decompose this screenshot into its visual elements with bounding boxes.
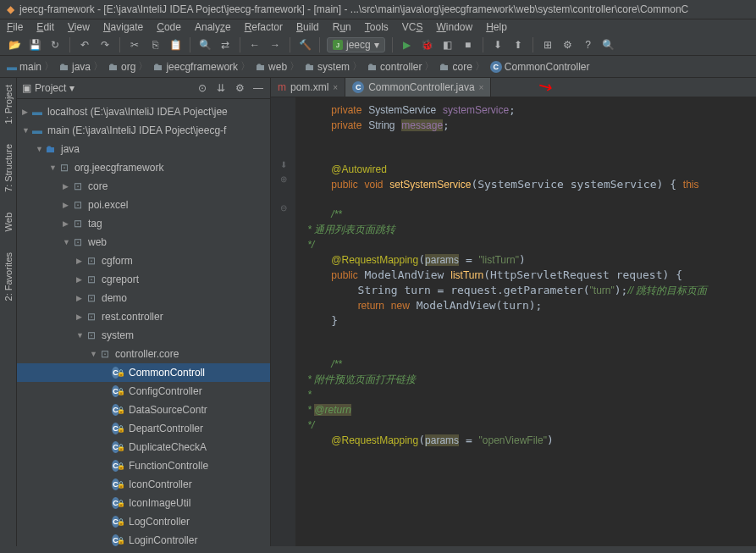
- tab-commoncontroller-java[interactable]: CCommonController.java×: [345, 78, 491, 97]
- tree-item-controller-core[interactable]: ▼⊡controller.core: [17, 345, 270, 363]
- tree-item-org-jeecgframework[interactable]: ▼⊡org.jeecgframework: [17, 158, 270, 177]
- editor-gutter[interactable]: ⬇ ⊕ ⊖: [271, 97, 296, 546]
- tree-item-iconimageutil[interactable]: C🔒IconImageUtil: [17, 494, 270, 512]
- menu-help[interactable]: Help: [486, 21, 507, 33]
- tree-item-iconcontroller[interactable]: C🔒IconController: [17, 475, 270, 494]
- gutter-fold-icon[interactable]: ⊕: [271, 174, 295, 189]
- tree-item-commoncontroll[interactable]: C🔒CommonControll: [17, 363, 270, 382]
- settings-icon[interactable]: ⚙: [560, 37, 576, 53]
- collapse-icon[interactable]: ⇊: [214, 81, 228, 95]
- menu-code[interactable]: Code: [157, 21, 181, 33]
- gutter-override-icon[interactable]: ⬇: [271, 160, 295, 174]
- tree-item-cgform[interactable]: ▶⊡cgform: [17, 252, 270, 270]
- rail-project[interactable]: 1: Project: [3, 85, 14, 124]
- structure-icon[interactable]: ⊞: [540, 37, 555, 53]
- rail-web[interactable]: Web: [3, 213, 14, 231]
- runconfig-name: jeecg: [346, 39, 371, 51]
- menu-edit[interactable]: Edit: [36, 21, 54, 33]
- tree-item-functioncontrolle[interactable]: C🔒FunctionControlle: [17, 456, 270, 475]
- run-config-selector[interactable]: J jeecg ▾: [327, 37, 385, 53]
- close-icon[interactable]: ×: [479, 83, 484, 92]
- save-icon[interactable]: 💾: [27, 37, 42, 53]
- back-icon[interactable]: ←: [247, 37, 262, 53]
- tree-item-duplicatechecka[interactable]: C🔒DuplicateCheckA: [17, 438, 270, 456]
- rail-favorites[interactable]: 2: Favorites: [3, 252, 14, 301]
- project-tree[interactable]: ▶▬localhost (E:\java\InteliJ IDEA Poject…: [17, 99, 270, 546]
- crumb-commoncontroller[interactable]: CCommonController: [490, 61, 590, 73]
- forward-icon[interactable]: →: [268, 37, 283, 53]
- crumb-org[interactable]: 🖿org 〉: [108, 59, 148, 74]
- paste-icon[interactable]: 📋: [168, 37, 183, 53]
- locate-icon[interactable]: ⊙: [196, 81, 209, 95]
- tree-item-rest-controller[interactable]: ▶⊡rest.controller: [17, 307, 270, 326]
- menu-file[interactable]: File: [7, 21, 23, 33]
- tree-item-poi-excel[interactable]: ▶⊡poi.excel: [17, 196, 270, 214]
- menu-build[interactable]: Build: [296, 21, 319, 33]
- menu-analyze[interactable]: Analyze: [195, 21, 231, 33]
- tree-item-tag[interactable]: ▶⊡tag: [17, 214, 270, 233]
- toolbar: 📂 💾 ↻ ↶ ↷ ✂ ⎘ 📋 🔍 ⇄ ← → 🔨 J jeecg ▾ ▶ 🐞 …: [0, 35, 756, 56]
- chevron-down-icon[interactable]: ▾: [69, 82, 74, 94]
- coverage-icon[interactable]: ◧: [440, 37, 455, 53]
- tree-item-system[interactable]: ▼⊡system: [17, 326, 270, 345]
- code-editor[interactable]: private SystemService systemService; pri…: [296, 97, 756, 546]
- hide-icon[interactable]: —: [251, 81, 265, 95]
- vcs-update-icon[interactable]: ⬇: [490, 37, 505, 53]
- project-panel: ▣ Project ▾ ⊙ ⇊ ⚙ — ▶▬localhost (E:\java…: [17, 78, 271, 546]
- crumb-main[interactable]: ▬main 〉: [7, 59, 54, 74]
- menu-run[interactable]: Run: [333, 21, 351, 33]
- open-icon[interactable]: 📂: [7, 37, 22, 53]
- window-title: jeecg-framework - [E:\java\InteliJ IDEA …: [19, 3, 688, 15]
- tree-item-demo[interactable]: ▶⊡demo: [17, 289, 270, 307]
- menu-vcs[interactable]: VCS: [402, 21, 423, 33]
- app-icon: ◆: [7, 3, 14, 15]
- tree-item-web[interactable]: ▼⊡web: [17, 233, 270, 252]
- vcs-commit-icon[interactable]: ⬆: [510, 37, 526, 53]
- gear-icon[interactable]: ⚙: [233, 81, 246, 95]
- tree-item-datasourcecontr[interactable]: C🔒DataSourceContr: [17, 401, 270, 419]
- copy-icon[interactable]: ⎘: [147, 37, 163, 53]
- redo-icon[interactable]: ↷: [97, 37, 113, 53]
- crumb-jeecgframework[interactable]: 🖿jeecgframework 〉: [153, 59, 251, 74]
- crumb-java[interactable]: 🖿java 〉: [59, 59, 103, 74]
- replace-icon[interactable]: ⇄: [218, 37, 233, 53]
- undo-icon[interactable]: ↶: [77, 37, 92, 53]
- run-icon[interactable]: ▶: [400, 37, 415, 53]
- tree-item-core[interactable]: ▶⊡core: [17, 177, 270, 196]
- menu-refactor[interactable]: Refactor: [245, 21, 283, 33]
- crumb-core[interactable]: 🖿core 〉: [439, 59, 484, 74]
- menu-tools[interactable]: Tools: [365, 21, 389, 33]
- tree-item-cgreport[interactable]: ▶⊡cgreport: [17, 270, 270, 289]
- project-panel-header: ▣ Project ▾ ⊙ ⇊ ⚙ —: [17, 78, 270, 99]
- tab-pom-xml[interactable]: mpom.xml×: [271, 78, 345, 97]
- rail-structure[interactable]: 7: Structure: [3, 144, 14, 192]
- close-icon[interactable]: ×: [333, 83, 338, 92]
- menu-window[interactable]: Window: [436, 21, 472, 33]
- editor-tabs: mpom.xml×CCommonController.java×↘: [271, 78, 756, 97]
- debug-icon[interactable]: 🐞: [420, 37, 435, 53]
- chevron-down-icon: ▾: [374, 39, 379, 51]
- help-icon[interactable]: ?: [581, 37, 596, 53]
- tree-item-departcontroller[interactable]: C🔒DepartController: [17, 419, 270, 438]
- crumb-controller[interactable]: 🖿controller 〉: [367, 59, 434, 74]
- tree-item-localhost[interactable]: ▶▬localhost (E:\java\InteliJ IDEA Poject…: [17, 102, 270, 121]
- tree-item-logincontroller[interactable]: C🔒LoginController: [17, 531, 270, 546]
- crumb-system[interactable]: 🖿system 〉: [305, 59, 362, 74]
- menu-navigate[interactable]: Navigate: [103, 21, 143, 33]
- build-icon[interactable]: 🔨: [297, 37, 312, 53]
- tree-item-configcontroller[interactable]: C🔒ConfigController: [17, 382, 270, 401]
- sync-icon[interactable]: ↻: [47, 37, 63, 53]
- cut-icon[interactable]: ✂: [127, 37, 142, 53]
- menu-view[interactable]: View: [68, 21, 90, 33]
- tree-item-logcontroller[interactable]: C🔒LogController: [17, 512, 270, 531]
- crumb-web[interactable]: 🖿web 〉: [256, 59, 300, 74]
- project-panel-title[interactable]: Project: [35, 82, 66, 94]
- tree-item-java[interactable]: ▼🖿java: [17, 140, 270, 158]
- search-everywhere-icon[interactable]: 🔍: [601, 37, 616, 53]
- stop-icon[interactable]: ■: [461, 37, 476, 53]
- editor-area: mpom.xml×CCommonController.java×↘ ⬇ ⊕ ⊖ …: [271, 78, 756, 546]
- titlebar: ◆ jeecg-framework - [E:\java\InteliJ IDE…: [0, 0, 756, 19]
- gutter-fold-icon[interactable]: ⊖: [271, 203, 295, 218]
- find-icon[interactable]: 🔍: [197, 37, 212, 53]
- tree-item-main[interactable]: ▼▬main (E:\java\InteliJ IDEA Poject\jeec…: [17, 121, 270, 140]
